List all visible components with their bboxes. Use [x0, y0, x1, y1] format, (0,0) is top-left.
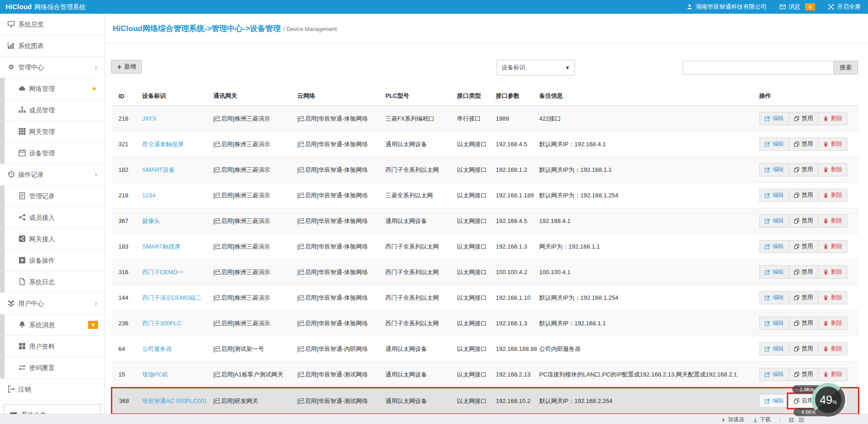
cell-name: 摄像头 — [136, 208, 207, 234]
delete-button[interactable]: 删除 — [818, 317, 847, 330]
sidebar-item-member-management[interactable]: 成员管理 — [0, 100, 105, 121]
disable-button[interactable]: 禁用 — [789, 265, 818, 279]
sidebar-item-user-center[interactable]: 用户中心› — [0, 293, 105, 314]
delete-button[interactable]: 删除 — [818, 291, 847, 304]
download-button[interactable]: 下载 — [753, 416, 771, 424]
device-name-link[interactable]: 公司服务器 — [142, 345, 172, 352]
disable-button[interactable]: 禁用 — [789, 214, 818, 228]
edit-button[interactable]: 编辑 — [759, 265, 789, 279]
device-name-link[interactable]: 西门子DEMO一 — [142, 269, 184, 276]
edit-button[interactable]: 编辑 — [759, 240, 789, 253]
cell-actions: 编辑禁用删除 — [753, 208, 859, 234]
edit-button[interactable]: 编辑 — [759, 368, 789, 381]
sidebar: 系统总览系统图表管理中心›网络管理★成员管理网关管理设备管理操作记录›管理记录成… — [0, 14, 105, 424]
device-filter-select[interactable]: 设备标识 ▼ — [497, 60, 575, 75]
delete-button[interactable]: 删除 — [818, 112, 847, 125]
fullscreen-icon — [828, 4, 834, 10]
th-large-icon — [18, 337, 26, 345]
device-name-link[interactable]: 西门子演示DEMO箱二 — [142, 294, 202, 301]
disable-button[interactable]: 禁用 — [789, 342, 818, 355]
usage-percent: 49 — [820, 393, 832, 407]
sidebar-item-system-log[interactable]: 系统日志 — [0, 271, 105, 293]
sidebar-item-password-reset[interactable]: 密码重置 — [0, 357, 105, 379]
sidebar-item-system-messages[interactable]: 系统消息0 — [0, 314, 105, 336]
toggle-label: 禁用 — [802, 166, 813, 174]
edit-button[interactable]: 编辑 — [759, 317, 789, 330]
messages-menu[interactable]: 消息 0 — [779, 3, 815, 11]
delete-button[interactable]: 删除 — [818, 342, 847, 355]
device-name-link[interactable]: 华辰智通AC 500PLC001 — [142, 398, 207, 404]
device-name-link[interactable]: 摄像头 — [142, 217, 160, 224]
download-arrow-icon: ↓ — [797, 409, 800, 415]
disable-button[interactable]: 禁用 — [789, 240, 818, 253]
add-device-button[interactable]: 新增 — [111, 60, 142, 74]
device-name-link[interactable]: 1234 — [142, 192, 156, 199]
edit-button[interactable]: 编辑 — [759, 112, 789, 125]
fullscreen-button[interactable]: 开启全屏 — [828, 3, 861, 11]
cell-gateway: [已启用]A1栋客户测试网关 — [207, 362, 291, 388]
browser-tool-icon[interactable] — [789, 417, 794, 423]
sidebar-item-device-operation[interactable]: 设备操作 — [0, 250, 105, 271]
disable-button[interactable]: 禁用 — [789, 189, 818, 202]
accelerator-button[interactable]: 加速器 — [721, 416, 744, 424]
sidebar-item-management-center[interactable]: 管理中心› — [0, 57, 105, 78]
caret-down-icon: ▼ — [565, 65, 570, 70]
sidebar-item-gateway-management[interactable]: 网关管理 — [0, 121, 105, 143]
disable-button[interactable]: 禁用 — [789, 291, 818, 304]
cell-cloud: [已启用]华辰智通-体验网络 — [291, 260, 379, 285]
disable-button[interactable]: 禁用 — [789, 317, 818, 330]
column-header-note: 备注信息 — [533, 86, 753, 106]
cell-param: 192.168.1.3 — [489, 311, 533, 336]
sidebar-item-gateway-access[interactable]: 网关接入 — [0, 228, 105, 250]
delete-button[interactable]: 删除 — [818, 138, 847, 151]
usage-gauge[interactable]: 49 % — [811, 383, 845, 417]
edit-icon — [764, 398, 770, 404]
sidebar-item-operation-records[interactable]: 操作记录› — [0, 164, 105, 186]
browser-tool-icon[interactable] — [799, 417, 804, 423]
sidebar-item-logout[interactable]: 注销 — [0, 379, 105, 400]
sidebar-item-system-overview[interactable]: 系统总览 — [0, 14, 105, 35]
breadcrumb: HiCloud网络综合管理系统->管理中心->设备管理 / Device Man… — [105, 14, 868, 43]
sidebar-item-system-charts[interactable]: 系统图表 — [0, 35, 105, 57]
sidebar-item-user-profile[interactable]: 用户资料 — [0, 336, 105, 357]
edit-button[interactable]: 编辑 — [759, 342, 789, 355]
sidebar-item-member-access[interactable]: 成员接入 — [0, 207, 105, 228]
edit-button[interactable]: 编辑 — [759, 394, 789, 408]
disable-button[interactable]: 禁用 — [789, 368, 818, 381]
edit-button[interactable]: 编辑 — [759, 138, 789, 151]
device-name-link[interactable]: JXFX — [142, 115, 157, 122]
search-button[interactable]: 搜索 — [833, 61, 858, 74]
edit-label: 编辑 — [773, 243, 784, 250]
edit-button[interactable]: 编辑 — [759, 189, 789, 202]
disable-button[interactable]: 禁用 — [789, 163, 818, 176]
delete-button[interactable]: 删除 — [818, 163, 847, 176]
edit-button[interactable]: 编辑 — [759, 214, 789, 228]
disable-button[interactable]: 禁用 — [789, 138, 818, 151]
delete-button[interactable]: 删除 — [818, 240, 847, 253]
network-speed-widget[interactable]: ↑ 1.9K/s ↓ 4.5K/s 49 % — [792, 383, 845, 417]
edit-button[interactable]: 编辑 — [759, 291, 789, 304]
device-name-link[interactable]: 现场PC机 — [142, 371, 168, 378]
delete-button[interactable]: 删除 — [818, 189, 847, 202]
disable-button[interactable]: 禁用 — [789, 112, 818, 125]
delete-button[interactable]: 删除 — [818, 265, 847, 279]
cell-name: 西门子300PLC — [136, 311, 207, 336]
chevron-right-icon: › — [94, 293, 97, 314]
search-input[interactable] — [683, 61, 833, 74]
delete-button[interactable]: 删除 — [818, 214, 847, 228]
edit-button[interactable]: 编辑 — [759, 163, 789, 176]
sidebar-item-network-management[interactable]: 网络管理★ — [0, 78, 105, 100]
plus-icon — [117, 64, 122, 69]
cell-id: 183 — [112, 234, 136, 260]
cell-note: 默认网关IP为：192.168.1.1 — [533, 157, 753, 183]
sidebar-item-management-records[interactable]: 管理记录 — [0, 186, 105, 207]
company-menu[interactable]: 湖南华辰智通科技有限公司 — [686, 3, 767, 11]
sidebar-item-device-management[interactable]: 设备管理 — [0, 143, 105, 164]
device-name-link[interactable]: SMART触摸屏 — [142, 243, 181, 250]
plus-square-icon — [18, 256, 26, 264]
device-name-link[interactable]: SMART设备 — [142, 166, 175, 173]
cell-actions: 编辑禁用删除 — [753, 106, 859, 132]
device-name-link[interactable]: 昆仑通泰触摸屏 — [142, 141, 184, 148]
delete-button[interactable]: 删除 — [818, 368, 847, 381]
device-name-link[interactable]: 西门子300PLC — [142, 320, 182, 327]
